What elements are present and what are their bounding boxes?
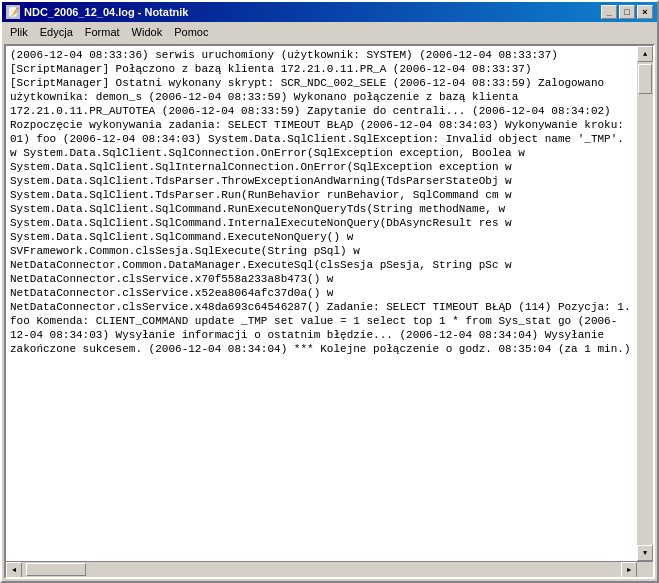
log-text-area[interactable]: (2006-12-04 08:33:36) serwis uruchomiony…	[6, 46, 637, 561]
horizontal-scrollbar: ◄ ►	[6, 561, 653, 577]
vertical-scrollbar[interactable]: ▲ ▼	[637, 46, 653, 561]
maximize-button[interactable]: □	[619, 5, 635, 19]
scrollbar-corner	[637, 562, 653, 578]
app-icon: 📝	[6, 5, 20, 19]
scroll-thumb-v[interactable]	[638, 64, 652, 94]
minimize-button[interactable]: _	[601, 5, 617, 19]
close-button[interactable]: ×	[637, 5, 653, 19]
scroll-thumb-h[interactable]	[26, 563, 86, 576]
window-title: NDC_2006_12_04.log - Notatnik	[24, 6, 188, 18]
menu-bar: Plik Edycja Format Widok Pomoc	[2, 22, 657, 42]
title-bar-text: 📝 NDC_2006_12_04.log - Notatnik	[6, 5, 188, 19]
scroll-track-h	[22, 562, 621, 577]
menu-widok[interactable]: Widok	[126, 23, 169, 41]
menu-plik[interactable]: Plik	[4, 23, 34, 41]
main-content: (2006-12-04 08:33:36) serwis uruchomiony…	[6, 46, 653, 561]
scroll-right-button[interactable]: ►	[621, 562, 637, 578]
menu-format[interactable]: Format	[79, 23, 126, 41]
title-buttons: _ □ ×	[601, 5, 653, 19]
title-bar: 📝 NDC_2006_12_04.log - Notatnik _ □ ×	[2, 2, 657, 22]
scroll-track-v	[637, 62, 653, 545]
menu-edycja[interactable]: Edycja	[34, 23, 79, 41]
scroll-left-button[interactable]: ◄	[6, 562, 22, 578]
scroll-up-button[interactable]: ▲	[637, 46, 653, 62]
content-area: (2006-12-04 08:33:36) serwis uruchomiony…	[4, 44, 655, 579]
main-window: 📝 NDC_2006_12_04.log - Notatnik _ □ × Pl…	[0, 0, 659, 583]
menu-pomoc[interactable]: Pomoc	[168, 23, 214, 41]
scroll-down-button[interactable]: ▼	[637, 545, 653, 561]
